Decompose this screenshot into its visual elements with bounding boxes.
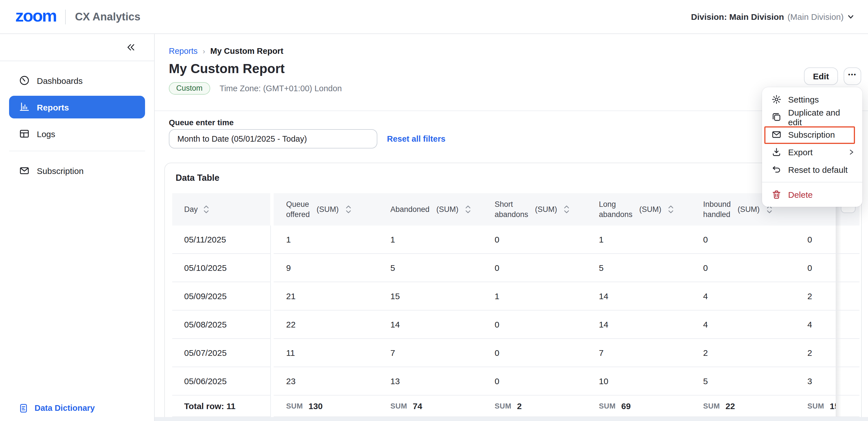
table-header-row: Day Queue offered (SUM) Abandon — [172, 193, 858, 225]
filter-label: Queue enter time — [169, 118, 234, 127]
value-cell: 0 — [482, 225, 586, 253]
page-title: My Custom Report — [169, 61, 285, 77]
value-cell: 0 — [795, 225, 836, 253]
value-cell: 7 — [378, 339, 482, 367]
value-cell: 3 — [795, 367, 836, 395]
menu-item-label: Export — [788, 147, 813, 157]
sidebar-item-logs[interactable]: Logs — [9, 122, 145, 145]
report-meta: Custom Time Zone: (GMT+01:00) London — [169, 82, 342, 95]
table-row: 05/07/2025 11 7 0 7 2 2 — [172, 339, 858, 367]
value-cell: 0 — [795, 254, 836, 281]
division-label: Division: Main Division — [691, 12, 784, 22]
column-header-long-abandons[interactable]: Long abandons (SUM) — [586, 193, 691, 225]
value-cell: 2 — [691, 339, 795, 367]
menu-divider — [762, 182, 862, 182]
day-cell: 05/08/2025 — [172, 310, 270, 339]
column-label: Short abandons — [495, 200, 528, 219]
sort-icon[interactable] — [564, 205, 570, 214]
sidebar-item-label: Logs — [37, 129, 55, 139]
page-background-strip — [155, 417, 868, 421]
value-cell: 14 — [586, 310, 691, 338]
sort-icon[interactable] — [346, 205, 351, 214]
value-cell: 4 — [691, 282, 795, 310]
timezone-label: Time Zone: (GMT+01:00) London — [220, 84, 342, 93]
brand: zoom CX Analytics — [15, 7, 141, 26]
column-label: Queue offered — [286, 200, 310, 219]
value-cell: 0 — [691, 254, 795, 281]
column-agg: (SUM) — [738, 205, 760, 214]
sidebar-item-subscription[interactable]: Subscription — [9, 159, 145, 182]
menu-item-subscription[interactable]: Subscription — [762, 126, 862, 143]
custom-badge: Custom — [169, 82, 210, 95]
more-options-button[interactable]: ••• — [844, 67, 861, 85]
value-cell: 0 — [482, 367, 586, 395]
chevron-right-icon — [848, 149, 855, 155]
value-cell: 2 — [795, 339, 836, 367]
gear-icon — [772, 95, 781, 104]
value-cell: 21 — [274, 282, 378, 310]
dashboard-gauge-icon — [19, 75, 29, 86]
menu-item-reset-to-default[interactable]: Reset to default — [762, 161, 862, 179]
total-cell: SUM74 — [378, 395, 482, 417]
value-cell: 4 — [691, 310, 795, 338]
bar-chart-icon — [19, 102, 29, 113]
day-cell: 05/09/2025 — [172, 282, 270, 310]
edit-button[interactable]: Edit — [804, 67, 838, 85]
value-cell: 0 — [691, 225, 795, 253]
sidebar-item-dashboards[interactable]: Dashboards — [9, 69, 145, 92]
trash-icon — [772, 190, 781, 200]
value-cell: 5 — [586, 254, 691, 281]
frozen-column-gap — [270, 193, 274, 225]
value-cell: 1 — [378, 225, 482, 253]
app-name: CX Analytics — [75, 10, 141, 23]
sort-icon[interactable] — [668, 205, 674, 214]
data-dictionary-link[interactable]: Data Dictionary — [0, 395, 154, 421]
total-cell: SUM15 — [795, 395, 836, 417]
value-cell: 10 — [586, 367, 691, 395]
table-row: 05/10/2025 9 5 0 5 0 0 — [172, 254, 858, 282]
menu-item-label: Settings — [788, 95, 819, 104]
total-cell: SUM2 — [482, 395, 586, 417]
value-cell: 2 — [795, 282, 836, 310]
breadcrumb: Reports › My Custom Report — [169, 47, 283, 56]
value-cell: 0 — [482, 339, 586, 367]
column-header-queue-offered[interactable]: Queue offered (SUM) — [274, 193, 378, 225]
value-cell: 9 — [274, 254, 378, 281]
breadcrumb-reports-link[interactable]: Reports — [169, 47, 198, 56]
menu-item-label: Duplicate and edit — [788, 108, 855, 127]
app-window: zoom CX Analytics Division: Main Divisio… — [0, 0, 868, 421]
data-table-card: Data Table Day Queue offered (SUM) — [164, 162, 862, 421]
column-header-day[interactable]: Day — [172, 193, 270, 225]
value-cell: 15 — [378, 282, 482, 310]
zoom-logo: zoom — [15, 7, 56, 26]
value-cell: 7 — [586, 339, 691, 367]
value-cell: 0 — [482, 254, 586, 281]
menu-item-label: Subscription — [788, 130, 835, 140]
sidebar-item-reports[interactable]: Reports — [9, 96, 145, 118]
table-row: 05/06/2025 23 13 0 10 5 3 — [172, 367, 858, 395]
division-selector[interactable]: Division: Main Division (Main Division) — [691, 12, 855, 22]
sidebar-divider — [9, 151, 145, 151]
menu-item-settings[interactable]: Settings — [762, 91, 862, 108]
value-cell: 1 — [482, 282, 586, 310]
main-content: Reports › My Custom Report My Custom Rep… — [155, 34, 868, 421]
menu-item-label: Reset to default — [788, 165, 847, 175]
total-cell: SUM69 — [586, 395, 691, 417]
value-cell: 4 — [795, 310, 836, 338]
sort-icon[interactable] — [465, 205, 471, 214]
menu-item-duplicate-and-edit[interactable]: Duplicate and edit — [762, 108, 862, 126]
value-cell: 14 — [378, 310, 482, 338]
table-row: 05/08/2025 22 14 0 14 4 4 — [172, 310, 858, 339]
reset-filters-link[interactable]: Reset all filters — [387, 134, 445, 143]
date-range-input[interactable] — [169, 129, 377, 148]
menu-item-export[interactable]: Export — [762, 143, 862, 161]
menu-item-delete[interactable]: Delete — [762, 186, 862, 203]
table-icon — [19, 128, 29, 139]
column-header-short-abandons[interactable]: Short abandons (SUM) — [482, 193, 586, 225]
table-row: 05/09/2025 21 15 1 14 4 2 — [172, 282, 858, 310]
top-bar: zoom CX Analytics Division: Main Divisio… — [0, 0, 868, 34]
column-header-abandoned[interactable]: Abandoned (SUM) — [378, 193, 482, 225]
day-cell: 05/07/2025 — [172, 339, 270, 367]
collapse-sidebar-button[interactable] — [124, 40, 137, 54]
sort-icon[interactable] — [204, 205, 209, 214]
